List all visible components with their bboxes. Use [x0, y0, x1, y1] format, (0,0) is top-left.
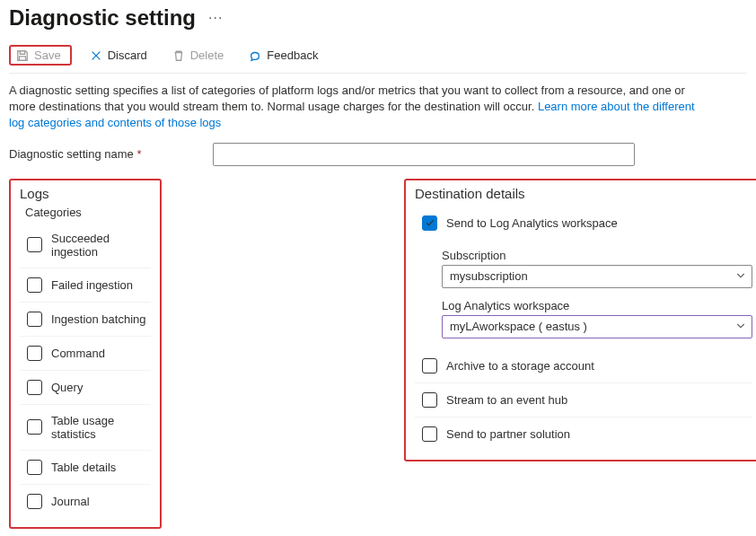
log-checkbox[interactable]: [27, 237, 42, 252]
feedback-label: Feedback: [267, 48, 318, 62]
discard-button[interactable]: Discard: [83, 45, 154, 66]
partner-checkbox[interactable]: [422, 426, 437, 442]
discard-label: Discard: [108, 48, 147, 62]
workspace-select[interactable]: myLAworkspace ( eastus ): [442, 315, 752, 338]
logs-subhead: Categories: [25, 206, 151, 219]
name-label: Diagnostic setting name *: [9, 147, 141, 161]
save-label: Save: [34, 48, 61, 62]
more-icon[interactable]: ···: [208, 10, 223, 26]
stream-label: Stream to an event hub: [446, 393, 567, 407]
log-checkbox[interactable]: [27, 277, 42, 293]
archive-label: Archive to a storage account: [446, 359, 594, 373]
subscription-select[interactable]: mysubscription: [442, 265, 752, 288]
log-checkbox[interactable]: [27, 380, 42, 395]
log-label: Table usage statistics: [51, 414, 151, 441]
send-la-label: Send to Log Analytics workspace: [446, 216, 618, 230]
log-checkbox[interactable]: [27, 460, 42, 475]
delete-button[interactable]: Delete: [165, 45, 232, 66]
destination-title: Destination details: [415, 186, 752, 201]
chevron-down-icon: [735, 320, 746, 333]
delete-label: Delete: [190, 48, 224, 62]
log-label: Journal: [51, 495, 90, 508]
log-category-item: Journal: [20, 484, 151, 518]
save-icon: [16, 49, 29, 62]
intro-text: A diagnostic setting specifies a list of…: [9, 83, 700, 132]
log-category-item: Table usage statistics: [20, 404, 151, 450]
save-button[interactable]: Save: [9, 45, 72, 66]
subscription-value: mysubscription: [450, 269, 528, 283]
trash-icon: [172, 49, 185, 62]
log-label: Command: [51, 347, 105, 360]
workspace-label: Log Analytics workspace: [442, 299, 752, 312]
log-category-item: Table details: [20, 450, 151, 484]
log-checkbox[interactable]: [27, 346, 42, 361]
subscription-label: Subscription: [442, 249, 752, 262]
send-la-checkbox[interactable]: [422, 215, 437, 231]
destination-panel: Destination details Send to Log Analytic…: [404, 179, 756, 461]
stream-checkbox[interactable]: [422, 392, 437, 408]
log-category-item: Succeeded ingestion: [20, 223, 151, 268]
close-icon: [90, 49, 102, 62]
feedback-icon: [249, 49, 261, 62]
command-bar: Save Discard Delete Feedback: [9, 41, 747, 74]
log-category-item: Ingestion batching: [20, 302, 151, 336]
log-checkbox[interactable]: [27, 494, 42, 509]
log-label: Failed ingestion: [51, 278, 133, 292]
logs-title: Logs: [20, 186, 151, 201]
log-checkbox[interactable]: [27, 312, 42, 327]
feedback-button[interactable]: Feedback: [242, 45, 325, 66]
chevron-down-icon: [735, 269, 746, 283]
log-label: Table details: [51, 461, 116, 474]
log-label: Succeeded ingestion: [51, 232, 151, 259]
workspace-value: myLAworkspace ( eastus ): [450, 320, 587, 333]
partner-label: Send to partner solution: [446, 427, 570, 441]
log-checkbox[interactable]: [27, 419, 42, 435]
log-label: Ingestion batching: [51, 312, 146, 326]
page-title: Diagnostic setting: [9, 5, 196, 31]
diagnostic-name-input[interactable]: [213, 143, 635, 166]
log-category-item: Query: [20, 370, 151, 404]
log-category-item: Command: [20, 336, 151, 370]
archive-checkbox[interactable]: [422, 358, 437, 373]
logs-panel: Logs Categories Succeeded ingestion Fail…: [9, 179, 162, 529]
log-category-item: Failed ingestion: [20, 268, 151, 302]
log-label: Query: [51, 381, 83, 394]
